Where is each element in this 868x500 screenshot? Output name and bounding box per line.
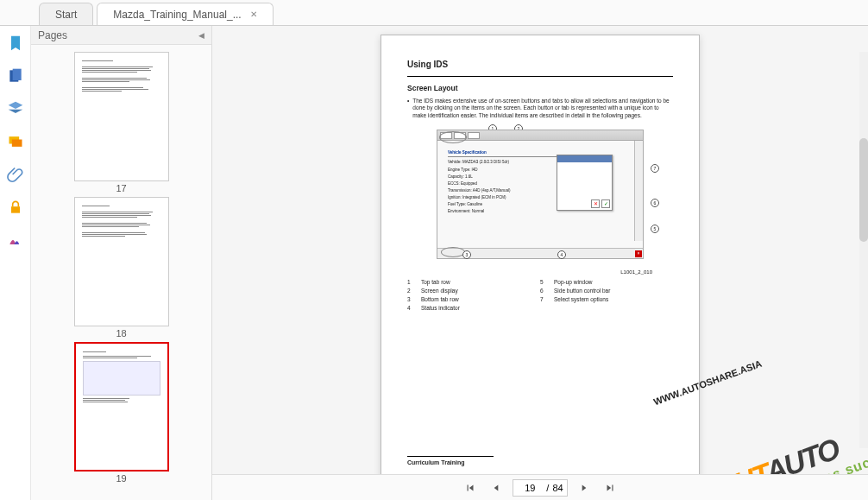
thumbnail-list[interactable]: 17 18 19 (31, 45, 211, 500)
page-sep: / (546, 483, 549, 493)
tab-start[interactable]: Start (39, 3, 93, 25)
callout-5: 5 (651, 225, 659, 233)
page-thumbnail-17-num: 17 (116, 183, 126, 193)
figure-legend: 1Top tab row 2Screen display 3Bottom tab… (407, 278, 673, 312)
comment-icon[interactable] (7, 133, 24, 150)
page-navigation-bar: / 84 (212, 474, 868, 500)
callout-7: 7 (651, 164, 659, 173)
pdf-page: Using IDS Screen Layout •The IDS makes e… (381, 35, 700, 474)
figure-label: L1001_2_010 (428, 269, 652, 275)
tool-sidebar (0, 26, 31, 500)
vertical-scrollbar[interactable] (859, 52, 868, 448)
page-thumbnail-19-num: 19 (116, 473, 126, 484)
svg-rect-4 (11, 206, 20, 213)
callout-6: 6 (651, 199, 659, 207)
attachment-icon[interactable] (7, 166, 24, 183)
page-thumbnail-17[interactable] (74, 52, 169, 181)
page-number-box: / 84 (513, 479, 567, 497)
page-footer: Curriculum Training (407, 456, 494, 465)
page-subheading: Screen Layout (407, 84, 673, 92)
lock-icon[interactable] (7, 199, 24, 216)
collapse-panel-icon[interactable]: ◀ (198, 31, 204, 40)
page-number-input[interactable] (517, 483, 543, 493)
pages-panel: Pages ◀ 17 18 19 (31, 26, 212, 500)
layers-icon[interactable] (7, 100, 24, 117)
tab-start-label: Start (55, 9, 77, 21)
first-page-button[interactable] (461, 478, 480, 497)
pages-icon[interactable] (7, 67, 24, 85)
next-page-button[interactable] (575, 478, 594, 497)
page-heading: Using IDS (407, 60, 673, 69)
page-thumbnail-19[interactable] (74, 342, 169, 472)
close-icon[interactable]: ✕ (250, 9, 257, 19)
watermark: DHTAUTO sharing creates success (711, 411, 868, 474)
last-page-button[interactable] (601, 478, 620, 497)
bullet-item: •The IDS makes extensive use of on-scree… (407, 98, 673, 119)
pages-panel-title: Pages (38, 29, 67, 41)
document-viewport[interactable]: Using IDS Screen Layout •The IDS makes e… (212, 26, 868, 474)
svg-rect-1 (12, 69, 21, 80)
svg-rect-3 (11, 140, 22, 147)
figure-screenshot: Vehicle Specification Vehicle: MAZDA3 (2… (437, 130, 644, 259)
page-thumbnail-18[interactable] (74, 197, 169, 326)
tab-document[interactable]: Mazda_Training_Manual_... ✕ (97, 3, 273, 25)
tab-document-label: Mazda_Training_Manual_... (113, 9, 241, 21)
page-thumbnail-18-num: 18 (116, 328, 126, 339)
page-total: 84 (552, 483, 563, 493)
prev-page-button[interactable] (487, 478, 506, 497)
bookmark-icon[interactable] (7, 35, 24, 52)
signature-icon[interactable] (7, 231, 24, 249)
